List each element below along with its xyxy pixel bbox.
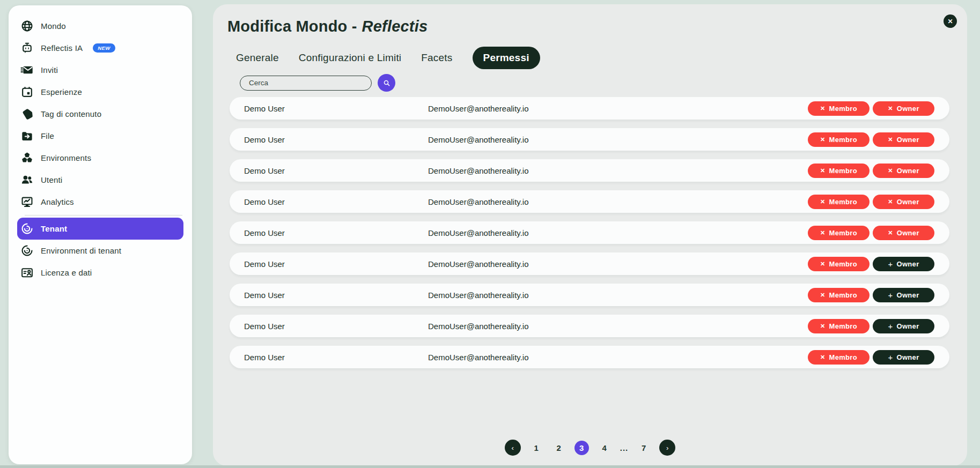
analytics-icon — [20, 195, 34, 209]
owner-glyph-icon: ✕ — [888, 230, 893, 236]
tab-configurazioni-e-limiti[interactable]: Configurazioni e Limiti — [299, 52, 402, 64]
table-row: Demo User DemoUser@anothereality.io ✕ Me… — [230, 284, 949, 306]
membro-toggle-button[interactable]: ✕ Membro — [808, 195, 870, 209]
row-actions: ✕ Membro ✕ Owner — [808, 101, 934, 116]
tab-bar: GeneraleConfigurazioni e LimitiFacetsPer… — [236, 47, 540, 69]
membro-toggle-button[interactable]: ✕ Membro — [808, 288, 870, 302]
cubes-icon — [20, 151, 34, 165]
owner-glyph-icon: ✕ — [888, 137, 893, 143]
user-email: DemoUser@anothereality.io — [428, 135, 808, 144]
table-row: Demo User DemoUser@anothereality.io ✕ Me… — [230, 221, 949, 244]
owner-toggle-button[interactable]: ✕ Owner — [873, 132, 934, 147]
row-actions: ✕ Membro ✕ Owner — [808, 164, 934, 178]
membro-toggle-button[interactable]: ✕ Membro — [808, 319, 870, 333]
tab-permessi[interactable]: Permessi — [473, 47, 540, 69]
owner-label: Owner — [897, 198, 919, 206]
user-email: DemoUser@anothereality.io — [428, 197, 808, 206]
sidebar-item-tenant[interactable]: Tenant — [17, 218, 183, 240]
owner-toggle-button[interactable]: ✕ Owner — [873, 101, 934, 116]
membro-toggle-button[interactable]: ✕ Membro — [808, 350, 870, 365]
sidebar-item-inviti[interactable]: Inviti — [17, 59, 183, 81]
pagination-prev-icon[interactable]: ‹ — [505, 440, 521, 456]
sidebar-divider — [25, 215, 182, 216]
membro-glyph-icon: ✕ — [820, 292, 826, 298]
table-row: Demo User DemoUser@anothereality.io ✕ Me… — [230, 315, 949, 337]
table-row: Demo User DemoUser@anothereality.io ✕ Me… — [230, 159, 949, 182]
table-row: Demo User DemoUser@anothereality.io ✕ Me… — [230, 128, 949, 151]
sidebar-item-mondo[interactable]: Mondo — [17, 15, 183, 37]
owner-glyph-icon: ✕ — [888, 106, 893, 112]
membro-label: Membro — [829, 136, 857, 144]
pagination-page-7[interactable]: 7 — [637, 441, 651, 455]
owner-glyph-icon: + — [888, 322, 893, 330]
owner-label: Owner — [897, 229, 919, 237]
tenant-spiral-icon — [20, 222, 34, 236]
tab-facets[interactable]: Facets — [421, 52, 452, 64]
search-button[interactable] — [378, 74, 395, 92]
user-name: Demo User — [244, 322, 428, 331]
sidebar-item-licenza-e-dati[interactable]: Licenza e dati — [17, 262, 183, 284]
search-input[interactable] — [240, 76, 372, 91]
owner-label: Owner — [897, 322, 919, 330]
row-actions: ✕ Membro + Owner — [808, 288, 934, 302]
membro-label: Membro — [829, 322, 857, 330]
user-email: DemoUser@anothereality.io — [428, 259, 808, 269]
owner-glyph-icon: ✕ — [888, 168, 893, 174]
user-name: Demo User — [244, 135, 428, 144]
tab-generale[interactable]: Generale — [236, 52, 279, 64]
page-title-prefix: Modifica Mondo - — [227, 18, 357, 35]
membro-label: Membro — [829, 353, 857, 361]
user-name: Demo User — [244, 291, 428, 300]
sidebar-item-tag-di-contenuto[interactable]: Tag di contenuto — [17, 103, 183, 125]
user-email: DemoUser@anothereality.io — [428, 104, 808, 113]
sidebar-item-environment-di-tenant[interactable]: Environment di tenant — [17, 240, 183, 262]
folder-arrow-icon — [20, 129, 34, 143]
owner-toggle-button[interactable]: ✕ Owner — [873, 226, 934, 240]
search-row — [240, 74, 395, 92]
owner-label: Owner — [897, 136, 919, 144]
membro-toggle-button[interactable]: ✕ Membro — [808, 101, 870, 116]
sidebar-item-reflectis-ia[interactable]: Reflectis IA NEW — [17, 37, 183, 59]
owner-toggle-button[interactable]: ✕ Owner — [873, 164, 934, 178]
owner-toggle-button[interactable]: + Owner — [873, 288, 934, 302]
membro-toggle-button[interactable]: ✕ Membro — [808, 132, 870, 147]
sidebar-item-esperienze[interactable]: Esperienze — [17, 81, 183, 103]
sidebar-item-file[interactable]: File — [17, 125, 183, 147]
table-row: Demo User DemoUser@anothereality.io ✕ Me… — [230, 346, 949, 368]
pagination-page-4[interactable]: 4 — [598, 441, 611, 455]
membro-label: Membro — [829, 198, 857, 206]
pagination-next-icon[interactable]: › — [659, 440, 675, 456]
page-title: Modifica Mondo -Reflectis — [227, 18, 428, 35]
membro-glyph-icon: ✕ — [820, 261, 826, 267]
membro-toggle-button[interactable]: ✕ Membro — [808, 164, 870, 178]
row-actions: ✕ Membro ✕ Owner — [808, 132, 934, 147]
owner-toggle-button[interactable]: + Owner — [873, 257, 934, 271]
mail-fast-icon — [20, 63, 34, 77]
membro-toggle-button[interactable]: ✕ Membro — [808, 257, 870, 271]
globe-icon — [20, 19, 34, 33]
sidebar-item-environments[interactable]: Environments — [17, 147, 183, 169]
table-row: Demo User DemoUser@anothereality.io ✕ Me… — [230, 190, 949, 213]
pagination-page-1[interactable]: 1 — [529, 441, 543, 455]
owner-toggle-button[interactable]: ✕ Owner — [873, 195, 934, 209]
user-name: Demo User — [244, 166, 428, 175]
owner-toggle-button[interactable]: + Owner — [873, 350, 934, 365]
close-icon[interactable]: ✕ — [944, 14, 957, 28]
owner-toggle-button[interactable]: + Owner — [873, 319, 934, 333]
sidebar-item-analytics[interactable]: Analytics — [17, 191, 183, 213]
user-email: DemoUser@anothereality.io — [428, 322, 808, 331]
membro-label: Membro — [829, 167, 857, 175]
row-actions: ✕ Membro + Owner — [808, 319, 934, 333]
membro-toggle-button[interactable]: ✕ Membro — [808, 226, 870, 240]
user-name: Demo User — [244, 197, 428, 206]
user-email: DemoUser@anothereality.io — [428, 166, 808, 175]
sidebar-item-utenti[interactable]: Utenti — [17, 169, 183, 191]
pagination-page-3[interactable]: 3 — [574, 441, 589, 455]
pagination-page-2[interactable]: 2 — [552, 441, 566, 455]
user-email: DemoUser@anothereality.io — [428, 228, 808, 237]
row-actions: ✕ Membro ✕ Owner — [808, 226, 934, 240]
membro-label: Membro — [829, 105, 857, 113]
row-actions: ✕ Membro ✕ Owner — [808, 195, 934, 209]
owner-glyph-icon: ✕ — [888, 199, 893, 205]
user-name: Demo User — [244, 228, 428, 237]
